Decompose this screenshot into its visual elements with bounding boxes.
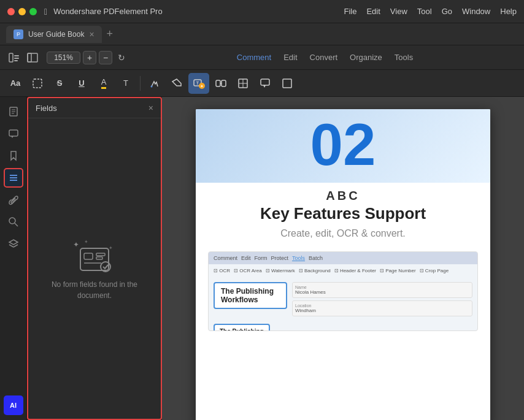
maximize-button[interactable] (29, 8, 37, 15)
link-tool[interactable] (210, 73, 231, 94)
comment-tool[interactable] (255, 73, 275, 94)
svg-rect-1 (14, 55, 19, 56)
pdf-header-gradient: 02 (196, 109, 490, 183)
tab-label: User Guide Book (28, 30, 84, 39)
eraser-tool[interactable] (166, 73, 187, 94)
menu-help[interactable]: Help (500, 7, 517, 16)
svg-rect-13 (216, 80, 220, 86)
sidebar-icons: AI (0, 97, 27, 420)
svg-rect-42 (96, 257, 102, 259)
pdf-heading: Key Features Support (196, 204, 490, 228)
svg-rect-26 (9, 130, 18, 136)
menu-file[interactable]: File (344, 7, 356, 16)
svg-rect-4 (28, 53, 37, 62)
panel-toggle-button[interactable] (26, 51, 39, 64)
document-tab[interactable]: P User Guide Book × (6, 26, 102, 43)
svg-rect-0 (9, 53, 13, 62)
pdf-page: 02 ABC Key Features Support Create, edit… (196, 109, 490, 420)
svg-rect-21 (283, 79, 291, 88)
zoom-in-button[interactable]: + (83, 51, 96, 64)
close-button[interactable] (7, 8, 15, 15)
svg-rect-3 (14, 60, 18, 61)
layers-icon[interactable] (4, 234, 23, 254)
fields-panel-header: Fields × (28, 98, 161, 118)
svg-marker-20 (263, 85, 266, 88)
menu-tool[interactable]: Tool (417, 7, 432, 16)
svg-rect-5 (28, 53, 31, 62)
new-tab-button[interactable]: + (107, 28, 114, 40)
fields-panel-close-button[interactable]: × (148, 103, 153, 113)
underline-tool[interactable]: U (71, 73, 92, 94)
shape-tool[interactable] (277, 73, 298, 94)
svg-point-31 (9, 218, 15, 224)
markup-tool[interactable]: T (115, 73, 136, 94)
fields-panel-title: Fields (36, 104, 57, 113)
tab-close-button[interactable]: × (89, 29, 94, 39)
svg-rect-41 (96, 253, 105, 256)
menu-go[interactable]: Go (442, 7, 452, 16)
zoom-out-button[interactable]: − (99, 51, 112, 64)
pdf-content-area: 02 ABC Key Features Support Create, edit… (162, 97, 524, 420)
svg-rect-14 (222, 80, 226, 86)
svg-text:✦: ✦ (84, 239, 88, 245)
pdf-abc-label: ABC (196, 183, 490, 204)
svg-rect-6 (33, 79, 42, 88)
menu-edit[interactable]: Edit (366, 7, 380, 16)
pdf-subtext: Create, edit, OCR & convert. (196, 228, 490, 251)
svg-text:✦: ✦ (109, 245, 113, 251)
menu-view[interactable]: View (390, 7, 407, 16)
fields-panel-icon[interactable] (4, 168, 23, 188)
tab-comment[interactable]: Comment (237, 53, 271, 62)
zoom-control: 151% + − ↻ (47, 51, 128, 64)
menu-window[interactable]: Window (462, 7, 490, 16)
svg-text:T: T (196, 81, 199, 85)
text-format-tool[interactable]: Aa (5, 73, 26, 94)
text-select-tool[interactable] (27, 73, 48, 94)
svg-rect-2 (14, 58, 19, 59)
pdf-page-number: 02 (196, 109, 490, 174)
tab-tools[interactable]: Tools (395, 53, 413, 62)
page-thumbnail-icon[interactable] (4, 102, 23, 121)
svg-rect-19 (261, 79, 269, 85)
pdf-screenshot-content: The PublishingWorkflows Name Nicola Hame… (209, 277, 477, 321)
refresh-button[interactable]: ↻ (115, 51, 128, 64)
top-nav-tabs: Comment Edit Convert Organize Tools (237, 53, 413, 62)
strikethrough-tool[interactable]: S (49, 73, 70, 94)
tab-organize[interactable]: Organize (350, 53, 382, 62)
pdf-screenshot-toolbar: Comment Edit Form Protect Tools Batch (209, 252, 477, 264)
title-bar:  Wondershare PDFelement Pro File Edit V… (0, 0, 524, 23)
table-tool[interactable] (233, 73, 253, 94)
zoom-value-display[interactable]: 151% (47, 52, 80, 64)
tab-convert[interactable]: Convert (310, 53, 338, 62)
svg-line-32 (15, 223, 18, 226)
fields-panel-body: ✦ ✦ ✦ No form fields found in the docume… (28, 118, 161, 419)
edit-toolbar: Aa S U A T T ✦ (0, 70, 524, 97)
annotation-icon[interactable] (4, 124, 23, 143)
tab-edit[interactable]: Edit (283, 53, 297, 62)
fields-empty-icon: ✦ ✦ ✦ (67, 236, 122, 279)
minimize-button[interactable] (18, 8, 26, 15)
svg-rect-40 (84, 253, 93, 259)
sidebar-toggle-button[interactable] (7, 51, 21, 64)
apple-logo-icon:  (44, 7, 47, 17)
publishing-workflows-box-2: The PublishingWorkflows (214, 324, 270, 331)
stamp-tool[interactable]: T ✦ (188, 73, 209, 94)
search-icon[interactable] (4, 212, 23, 232)
svg-line-34 (9, 245, 13, 247)
ink-tool[interactable] (144, 73, 165, 94)
fields-empty-message: No form fields found in the document. (40, 279, 148, 301)
top-toolbar: 151% + − ↻ Comment Edit Convert Organize… (0, 45, 524, 70)
traffic-lights (7, 8, 37, 15)
main-layout: AI Fields × ✦ ✦ ✦ (0, 97, 524, 420)
svg-line-35 (13, 245, 18, 247)
pdf-screenshot: Comment Edit Form Protect Tools Batch ⊡ … (208, 251, 478, 331)
highlight-tool[interactable]: A (93, 73, 114, 94)
svg-marker-8 (172, 79, 181, 86)
svg-point-7 (151, 85, 153, 87)
attachment-icon[interactable] (4, 190, 23, 210)
svg-text:✦: ✦ (73, 240, 79, 249)
bookmark-icon[interactable] (4, 146, 23, 166)
ai-assistant-icon[interactable]: AI (4, 395, 23, 415)
tab-bar: P User Guide Book × + (0, 23, 524, 45)
toolbar-divider-1 (140, 76, 141, 91)
